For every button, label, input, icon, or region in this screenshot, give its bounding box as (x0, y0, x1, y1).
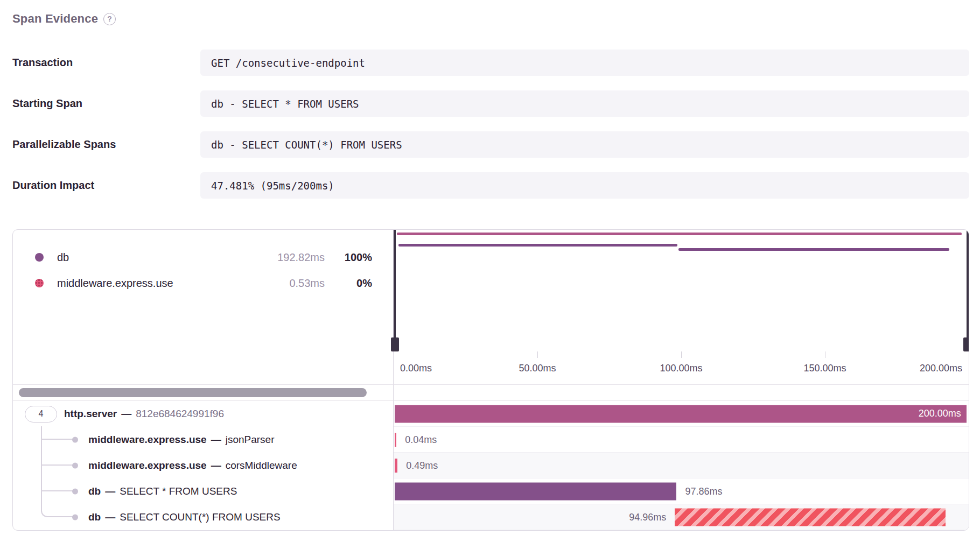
legend-series-name: middleware.express.use (57, 277, 173, 290)
span-duration-bar (675, 508, 946, 526)
panel-header: Span Evidence ? (12, 12, 969, 26)
legend-series-dot-icon (35, 279, 44, 287)
minimap-left-handle[interactable] (394, 230, 396, 351)
span-duration-label: 0.49ms (406, 460, 438, 471)
tree-connector-line (41, 440, 42, 453)
span-description: SELECT * FROM USERS (120, 485, 237, 497)
tree-connector-elbow (41, 504, 75, 517)
span-description: 812e684624991f96 (136, 408, 224, 420)
span-tree-row[interactable]: 4 http.server — 812e684624991f96 (13, 401, 393, 427)
span-operation: middleware.express.use (88, 460, 207, 471)
separator-dash: — (211, 434, 221, 446)
legend-series-percent: 0% (325, 277, 372, 290)
span-bar-row[interactable]: 200.00ms (394, 401, 969, 427)
span-children-count-pill[interactable]: 4 (25, 406, 57, 423)
legend-series-dot-icon (35, 253, 44, 262)
evidence-row: Parallelizable Spans db - SELECT COUNT(*… (12, 131, 969, 158)
evidence-value-text: 47.481% (95ms/200ms) (211, 180, 334, 192)
span-bar-row[interactable]: 0.04ms (394, 427, 969, 453)
minimap-span-line (678, 248, 949, 251)
minimap-right-grip-icon[interactable] (963, 337, 969, 351)
evidence-value: GET /consecutive-endpoint (200, 50, 969, 76)
span-tree-bars: 200.00ms 0.04ms 0.49ms 97.86ms 94.96ms (393, 401, 969, 530)
separator-dash: — (211, 460, 221, 471)
evidence-label: Parallelizable Spans (12, 138, 200, 151)
tree-connector-line (41, 466, 42, 479)
tree-connector-elbow (41, 426, 75, 440)
evidence-label: Starting Span (12, 97, 200, 110)
span-tree-labels: 4 http.server — 812e684624991f96 middlew… (13, 401, 393, 530)
tree-connector-elbow (41, 452, 75, 466)
evidence-value: db - SELECT COUNT(*) FROM USERS (200, 131, 969, 158)
span-operation: db (88, 511, 101, 523)
span-description: SELECT COUNT(*) FROM USERS (120, 511, 280, 523)
evidence-label: Transaction (12, 57, 200, 69)
span-duration-bar: 200.00ms (395, 405, 967, 423)
minimap-span-line (397, 233, 962, 235)
span-bar-row[interactable]: 0.49ms (394, 453, 969, 478)
axis-tick-label: 50.00ms (519, 362, 556, 374)
legend-series-duration: 0.53ms (255, 277, 325, 290)
axis-tick-label: 150.00ms (803, 362, 846, 374)
minimap-right-handle[interactable] (967, 230, 969, 351)
axis-tick-mark (825, 351, 825, 358)
span-duration-label: 200.00ms (919, 408, 961, 419)
separator-dash: — (105, 485, 115, 497)
tree-node-dot-icon (72, 489, 78, 495)
scrollbar-track[interactable] (13, 384, 393, 401)
span-description: jsonParser (226, 434, 275, 446)
span-tree-row[interactable]: middleware.express.use — jsonParser (13, 427, 393, 453)
tree-connector-line (41, 491, 42, 505)
legend-series-name: db (57, 251, 69, 264)
evidence-value-text: db - SELECT COUNT(*) FROM USERS (211, 139, 402, 151)
page-title: Span Evidence (12, 12, 98, 26)
span-tree-row[interactable]: db — SELECT * FROM USERS (13, 478, 393, 504)
span-tree-row[interactable]: db — SELECT COUNT(*) FROM USERS (13, 504, 393, 530)
evidence-value-text: GET /consecutive-endpoint (211, 57, 365, 69)
span-duration-label: 0.04ms (405, 434, 437, 445)
legend-series-percent: 100% (325, 251, 372, 264)
evidence-value: 47.481% (95ms/200ms) (200, 172, 969, 199)
tree-connector-elbow (41, 478, 75, 491)
span-duration-bar (395, 482, 676, 500)
span-waterfall-panel: db 192.82ms 100% middleware.express.use … (12, 229, 969, 531)
tree-node-dot-icon (72, 463, 78, 469)
legend-item: db 192.82ms 100% (13, 244, 393, 270)
axis-tick-mark (681, 351, 682, 358)
axis-tick-mark (537, 351, 538, 358)
span-operation: db (88, 485, 101, 497)
axis-tick-label: 0.00ms (400, 362, 432, 374)
time-axis: 0.00ms50.00ms100.00ms150.00ms200.00ms (393, 351, 969, 384)
span-description: corsMiddleware (226, 460, 297, 471)
legend-series-duration: 192.82ms (255, 251, 325, 264)
help-icon[interactable]: ? (103, 13, 116, 25)
evidence-value-text: db - SELECT * FROM USERS (211, 98, 359, 110)
span-operation: middleware.express.use (88, 434, 207, 446)
span-duration-bar (395, 433, 396, 447)
minimap-left-grip-icon[interactable] (391, 337, 399, 351)
scrollbar-row-right (393, 384, 969, 401)
evidence-label: Duration Impact (12, 179, 200, 192)
legend-item: middleware.express.use 0.53ms 0% (13, 270, 393, 296)
axis-tick-label: 200.00ms (920, 362, 962, 374)
separator-dash: — (121, 408, 131, 420)
span-legend: db 192.82ms 100% middleware.express.use … (13, 230, 393, 384)
span-bar-row[interactable]: 94.96ms (394, 504, 969, 530)
minimap-span-line (398, 244, 677, 247)
evidence-key-value-list: Transaction GET /consecutive-endpoint St… (12, 50, 969, 199)
horizontal-scrollbar-thumb[interactable] (19, 388, 367, 397)
tree-node-dot-icon (72, 437, 78, 443)
span-bar-row[interactable]: 97.86ms (394, 478, 969, 504)
span-duration-label: 94.96ms (629, 511, 666, 523)
evidence-value: db - SELECT * FROM USERS (200, 90, 969, 117)
span-operation: http.server (64, 408, 117, 420)
evidence-row: Transaction GET /consecutive-endpoint (12, 50, 969, 76)
tree-node-dot-icon (72, 515, 78, 520)
evidence-row: Duration Impact 47.481% (95ms/200ms) (12, 172, 969, 199)
axis-tick-label: 100.00ms (660, 362, 702, 374)
minimap-chart[interactable] (393, 230, 969, 351)
evidence-row: Starting Span db - SELECT * FROM USERS (12, 90, 969, 117)
span-duration-label: 97.86ms (685, 485, 722, 497)
separator-dash: — (105, 511, 115, 523)
span-tree-row[interactable]: middleware.express.use — corsMiddleware (13, 453, 393, 478)
